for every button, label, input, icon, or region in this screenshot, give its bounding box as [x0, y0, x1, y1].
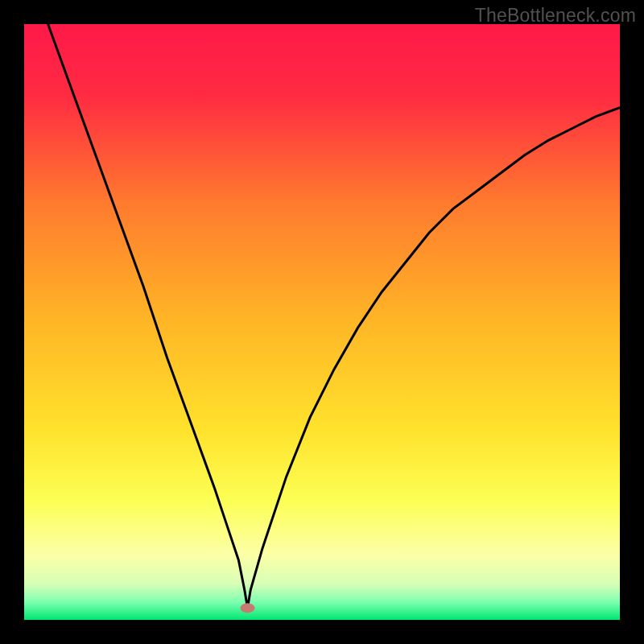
- plot-area: [24, 24, 620, 620]
- curve-layer: [24, 24, 620, 620]
- watermark-text: TheBottleneck.com: [475, 5, 636, 27]
- min-marker: [241, 603, 255, 613]
- bottleneck-curve: [48, 24, 620, 608]
